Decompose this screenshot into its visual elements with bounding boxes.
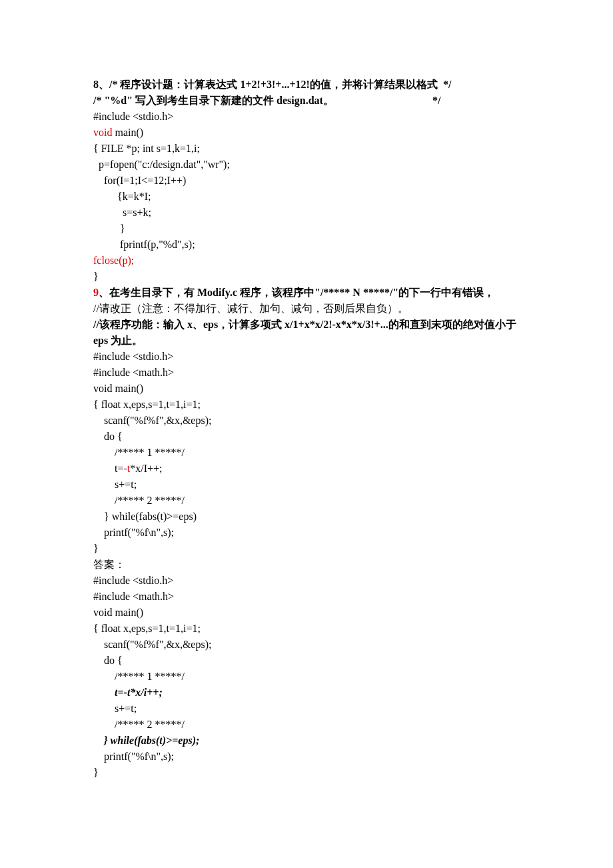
code-line: { float x,eps,s=1,t=1,i=1;	[93, 621, 520, 637]
code-segment: *x/I++;	[130, 463, 162, 474]
code-line: printf("%f\n",s);	[93, 525, 520, 541]
code-segment: do {	[93, 655, 123, 666]
code-segment: s=s+k;	[93, 207, 151, 218]
code-line: #include <math.h>	[93, 589, 520, 605]
code-line: s+=t;	[93, 701, 520, 717]
code-line: t=-t*x/i++;	[93, 685, 520, 701]
code-segment: scanf("%f%f",&x,&eps);	[93, 415, 211, 426]
code-segment: 8、/* 程序设计题：计算表达式 1+2!+3!+...+12!的值，并将计算结…	[93, 79, 451, 90]
code-line: //该程序功能：输入 x、eps，计算多项式 x/1+x*x/2!-x*x*x/…	[93, 317, 520, 333]
code-line: s=s+k;	[93, 205, 520, 221]
code-line: s+=t;	[93, 477, 520, 493]
code-segment: { float x,eps,s=1,t=1,i=1;	[93, 623, 201, 634]
code-segment: #include <stdio.h>	[93, 575, 173, 586]
code-segment: 、在考生目录下，有 Modify.c 程序，该程序中"/***** N ****…	[99, 287, 494, 298]
code-line: scanf("%f%f",&x,&eps);	[93, 637, 520, 653]
code-segment: s+=t;	[93, 703, 137, 714]
code-segment: printf("%f\n",s);	[93, 527, 174, 538]
code-line: #include <stdio.h>	[93, 109, 520, 125]
code-segment: for(I=1;I<=12;I++)	[93, 175, 186, 186]
code-line: }	[93, 765, 520, 781]
code-segment: main()	[112, 127, 143, 138]
code-line: void main()	[93, 125, 520, 141]
code-line: fprintf(p,"%d",s);	[93, 237, 520, 253]
code-segment: void main()	[93, 607, 143, 618]
code-segment: do {	[93, 431, 123, 442]
code-segment: } while(fabs(t)>=eps);	[93, 735, 199, 746]
code-segment: //该程序功能：输入 x、eps，计算多项式 x/1+x*x/2!-x*x*x/…	[93, 319, 516, 330]
code-line: do {	[93, 429, 520, 445]
code-segment: #include <stdio.h>	[93, 351, 173, 362]
code-line: /***** 1 *****/	[93, 445, 520, 461]
code-segment: p=fopen("c:/design.dat","wr");	[93, 159, 230, 170]
code-line: }	[93, 269, 520, 285]
code-line: #include <stdio.h>	[93, 573, 520, 589]
code-line: eps 为止。	[93, 333, 520, 349]
code-segment: } while(fabs(t)>=eps)	[93, 511, 197, 522]
code-line: 8、/* 程序设计题：计算表达式 1+2!+3!+...+12!的值，并将计算结…	[93, 77, 520, 93]
code-segment: 答案：	[93, 559, 125, 570]
code-segment: #include <math.h>	[93, 367, 174, 378]
code-segment: /***** 1 *****/	[93, 671, 185, 682]
code-line: t=-t*x/I++;	[93, 461, 520, 477]
code-segment: #include <stdio.h>	[93, 111, 173, 122]
code-line: }	[93, 221, 520, 237]
code-line: 9、在考生目录下，有 Modify.c 程序，该程序中"/***** N ***…	[93, 285, 520, 301]
code-segment: }	[93, 767, 99, 778]
code-line: void main()	[93, 381, 520, 397]
code-segment: { FILE *p; int s=1,k=1,i;	[93, 143, 200, 154]
code-line: {k=k*I;	[93, 189, 520, 205]
code-line: p=fopen("c:/design.dat","wr");	[93, 157, 520, 173]
code-segment: }	[93, 543, 99, 554]
code-segment: }	[93, 271, 99, 282]
code-line: } while(fabs(t)>=eps);	[93, 733, 520, 749]
code-line: 答案：	[93, 557, 520, 573]
code-segment: scanf("%f%f",&x,&eps);	[93, 639, 211, 650]
code-segment: void	[93, 127, 112, 138]
code-segment: t=-t*x/i++;	[93, 687, 163, 698]
code-segment: printf("%f\n",s);	[93, 751, 174, 762]
code-segment: #include <math.h>	[93, 591, 174, 602]
code-segment: /* "%d" 写入到考生目录下新建的文件 design.dat。 */	[93, 95, 440, 106]
code-line: //请改正（注意：不得加行、减行、加句、减句，否则后果自负）。	[93, 301, 520, 317]
code-line: }	[93, 541, 520, 557]
code-line: printf("%f\n",s);	[93, 749, 520, 765]
code-segment: {k=k*I;	[93, 191, 151, 202]
code-line: /***** 2 *****/	[93, 493, 520, 509]
code-line: do {	[93, 653, 520, 669]
code-segment: 9	[93, 287, 99, 298]
code-line: fclose(p);	[93, 253, 520, 269]
code-line: #include <stdio.h>	[93, 349, 520, 365]
code-segment: fprintf(p,"%d",s);	[93, 239, 195, 250]
code-line: { float x,eps,s=1,t=1,i=1;	[93, 397, 520, 413]
code-segment: { float x,eps,s=1,t=1,i=1;	[93, 399, 201, 410]
code-line: void main()	[93, 605, 520, 621]
document-page: 8、/* 程序设计题：计算表达式 1+2!+3!+...+12!的值，并将计算结…	[0, 0, 613, 868]
code-segment: s+=t;	[93, 479, 137, 490]
code-segment: eps 为止。	[93, 335, 143, 346]
code-line: /***** 2 *****/	[93, 717, 520, 733]
code-line: /* "%d" 写入到考生目录下新建的文件 design.dat。 */	[93, 93, 520, 109]
code-line: scanf("%f%f",&x,&eps);	[93, 413, 520, 429]
code-segment: /***** 1 *****/	[93, 447, 185, 458]
code-segment: //请改正（注意：不得加行、减行、加句、减句，否则后果自负）。	[93, 303, 408, 314]
code-segment: /***** 2 *****/	[93, 495, 185, 506]
code-segment: }	[93, 223, 125, 234]
code-line: { FILE *p; int s=1,k=1,i;	[93, 141, 520, 157]
code-segment: t=	[93, 463, 123, 474]
code-line: for(I=1;I<=12;I++)	[93, 173, 520, 189]
code-segment: fclose(p);	[93, 255, 134, 266]
code-segment: -t	[123, 463, 130, 474]
code-line: #include <math.h>	[93, 365, 520, 381]
code-line: } while(fabs(t)>=eps)	[93, 509, 520, 525]
code-segment: void main()	[93, 383, 143, 394]
code-segment: /***** 2 *****/	[93, 719, 185, 730]
code-line: /***** 1 *****/	[93, 669, 520, 685]
